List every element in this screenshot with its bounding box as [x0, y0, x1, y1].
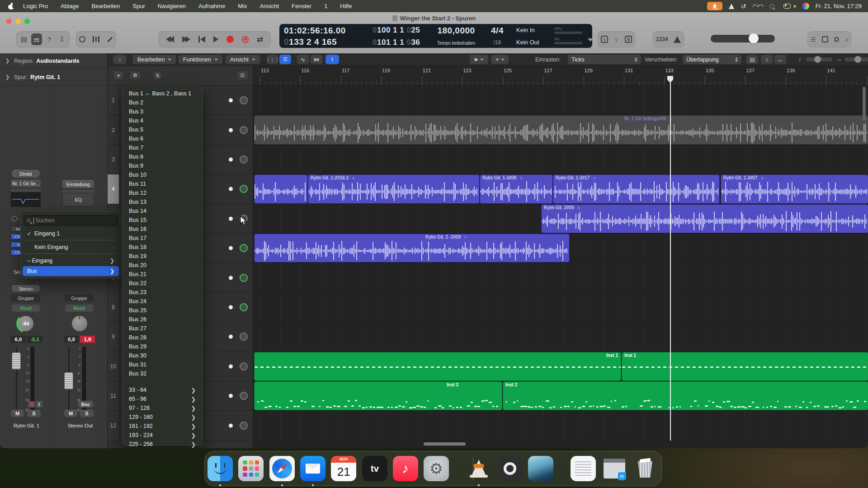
- track-volume-slider[interactable]: [229, 187, 233, 191]
- bus-range-item[interactable]: 225 - 256❯: [123, 440, 202, 448]
- bus-range-item[interactable]: 65 - 96❯: [123, 394, 202, 404]
- volume-fader-left[interactable]: [12, 352, 21, 370]
- insert-slot[interactable]: [11, 189, 41, 192]
- solo-mode-icon[interactable]: S: [625, 36, 632, 43]
- bus-menu-item[interactable]: Bus 19: [123, 252, 202, 261]
- lcd-division[interactable]: /16: [494, 39, 501, 47]
- functions-menu-button[interactable]: Funktionen: [178, 55, 223, 64]
- quick-help-icon[interactable]: ?: [44, 33, 55, 45]
- direkt-chip[interactable]: Direkt: [12, 170, 40, 178]
- track-pan-knob[interactable]: [240, 333, 248, 341]
- bus-menu-item[interactable]: Bus 20: [123, 261, 202, 270]
- count-in-button[interactable]: 1234: [656, 36, 668, 42]
- region-Rytm Git. 2#05[interactable]: Rytm Git. 2#05○: [542, 205, 868, 233]
- track-volume-slider[interactable]: [229, 246, 233, 250]
- track-number[interactable]: 11: [108, 381, 119, 410]
- menubar-item[interactable]: Logic Pro: [17, 0, 54, 12]
- track-number[interactable]: 9: [108, 322, 119, 351]
- vlc-cone-icon[interactable]: [729, 4, 734, 9]
- bus-menu-item[interactable]: Bus 22: [123, 279, 202, 288]
- fast-forward-button[interactable]: [182, 36, 190, 42]
- duplicate-track-button[interactable]: ⧉: [129, 70, 141, 80]
- track-pan-knob[interactable]: [240, 274, 248, 282]
- color-wheel-icon[interactable]: [802, 3, 809, 9]
- dock-item-appletv[interactable]: tv: [362, 456, 387, 481]
- mixer-icon[interactable]: [93, 36, 99, 42]
- bus-menu-item[interactable]: Bus 2: [123, 98, 202, 107]
- track-pan-knob[interactable]: [240, 303, 248, 311]
- menu-search-field[interactable]: Suchen: [24, 215, 118, 226]
- record-button[interactable]: [226, 36, 234, 43]
- toolbar-toggle-icon[interactable]: ⇩: [57, 33, 67, 45]
- lcd-chevron-icon[interactable]: [588, 38, 593, 42]
- menubar-item[interactable]: Hilfe: [334, 0, 358, 12]
- vertical-zoom-slider[interactable]: [806, 57, 832, 61]
- eq-thumbnail[interactable]: [11, 192, 41, 207]
- bus-menu-item[interactable]: Bus 14: [123, 206, 202, 216]
- track-volume-slider[interactable]: [229, 394, 233, 398]
- dock-item-settings[interactable]: ⚙: [424, 456, 449, 481]
- pointer-tool-button[interactable]: ➤: [469, 55, 488, 64]
- spotlight-icon[interactable]: [770, 3, 777, 10]
- horizontal-scrollbar[interactable]: [424, 442, 466, 446]
- track-pan-knob[interactable]: [240, 185, 248, 193]
- track-number[interactable]: 12: [108, 411, 119, 440]
- peak-value-right[interactable]: 1,9: [80, 336, 95, 343]
- menubar-item[interactable]: Bearbeiten: [85, 0, 126, 12]
- bar-ruler[interactable]: 1131151171191211231251271291311331351371…: [253, 66, 868, 86]
- autopunch-icon[interactable]: x: [601, 36, 608, 43]
- secondary-tool-button[interactable]: +: [491, 55, 509, 64]
- solo-button-left[interactable]: S: [27, 410, 41, 417]
- bus-menu-item[interactable]: Bus 4: [123, 116, 202, 125]
- automation-icon[interactable]: ∿: [297, 55, 309, 64]
- tuner-fork-icon[interactable]: ⑂: [614, 36, 618, 43]
- vertical-zoom-icon[interactable]: ↕: [760, 55, 773, 64]
- track-inspector-header[interactable]: ❯ Spur: Rytm Git. 1: [0, 69, 107, 86]
- volume-fader-right[interactable]: [64, 372, 73, 389]
- channel-setting-left[interactable]: Nr. 1 Git Se...: [11, 180, 41, 187]
- menu-item-bus-submenu[interactable]: Bus❯: [23, 266, 119, 276]
- menubar-item[interactable]: Navigieren: [151, 0, 192, 12]
- bounce-button[interactable]: Bnc: [78, 401, 94, 408]
- grid-view-icon[interactable]: ⋮⋮⋮: [267, 55, 278, 64]
- automation-mode-left[interactable]: Read: [12, 305, 40, 312]
- automation-mode-right[interactable]: Read: [65, 305, 93, 312]
- bus-menu-item[interactable]: Bus 29: [123, 342, 202, 351]
- bus-menu-item[interactable]: Bus 32: [123, 369, 202, 378]
- region-Rytm Git. 2 -2#09[interactable]: Rytm Git. 2 -2#09○: [255, 234, 569, 262]
- bus-menu-item[interactable]: Bus 21: [123, 270, 202, 279]
- crossfade-icon[interactable]: ⋈: [310, 55, 323, 64]
- track-volume-slider[interactable]: [229, 99, 233, 103]
- track-lane[interactable]: [253, 86, 868, 115]
- track-lane[interactable]: [253, 322, 868, 352]
- lcd-display[interactable]: 01:02:56:16.00 0133 2 4 165 0100 1 1 025…: [279, 24, 592, 48]
- region-Rytm Git. 1-3#06[interactable]: Rytm Git. 1-3#06○: [480, 175, 552, 203]
- track-volume-slider[interactable]: [229, 423, 233, 427]
- control-center-icon[interactable]: [783, 4, 791, 9]
- bus-menu-item[interactable]: Bus 13: [123, 197, 202, 206]
- mute-button-left[interactable]: M: [11, 410, 24, 417]
- catch-playhead-icon[interactable]: ↑: [113, 55, 127, 64]
- edit-menu-button[interactable]: Bearbeiten: [132, 55, 176, 64]
- region-Inst 2[interactable]: Inst 2: [503, 382, 868, 410]
- menubar-item[interactable]: Ablage: [54, 0, 85, 12]
- vertical-scrollbar[interactable]: [863, 87, 866, 121]
- track-pan-knob[interactable]: [240, 155, 248, 164]
- master-volume-slider[interactable]: [711, 35, 775, 42]
- region-Inst 1[interactable]: Inst 1: [622, 352, 868, 380]
- bus-menu-item[interactable]: Bus 1 ← Bass 2 , Bass 1: [123, 89, 202, 98]
- dock-item-quicktime[interactable]: [497, 456, 523, 481]
- bus-menu-item[interactable]: Bus 3: [123, 107, 202, 116]
- bus-menu-item[interactable]: Bus 16: [123, 225, 202, 234]
- region-inspector-header[interactable]: ❯ Region: Audiostandards: [0, 53, 107, 69]
- track-pan-knob[interactable]: [240, 244, 248, 252]
- bus-menu-item[interactable]: Bus 5: [123, 125, 202, 134]
- wifi-icon[interactable]: ◠◠: [752, 3, 763, 10]
- group-slot-right[interactable]: Gruppe: [65, 295, 94, 301]
- cycle-button[interactable]: ⇄: [257, 35, 263, 44]
- eq-slot-right[interactable]: EQ: [62, 193, 94, 206]
- track-number[interactable]: 1: [108, 86, 119, 115]
- inspector-toggle-icon[interactable]: ⚎: [31, 33, 42, 45]
- lcd-smpte-time[interactable]: 01:02:56:16.00: [284, 26, 363, 36]
- group-slot-left[interactable]: Gruppe: [11, 295, 40, 301]
